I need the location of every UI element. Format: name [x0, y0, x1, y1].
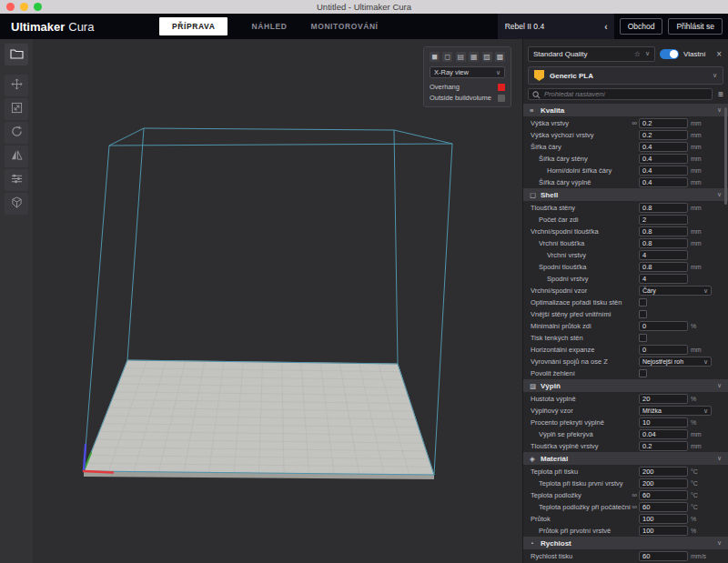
- logo-cura: Cura: [68, 20, 94, 34]
- open-file-button[interactable]: [5, 44, 28, 65]
- setting-unit: mm: [688, 431, 713, 437]
- section-header-material[interactable]: ◈Materiál∨: [523, 452, 728, 465]
- section-header-infill[interactable]: ▨Výplň∨: [523, 379, 728, 392]
- header-right: Rebel II 0.4 ‹ Obchod Přihlásit se: [498, 14, 723, 39]
- setting-value-input[interactable]: 0.4: [639, 177, 688, 187]
- setting-unit: °C: [688, 480, 713, 487]
- setting-unit: mm: [688, 167, 713, 174]
- setting-label: Šířka čáry: [531, 143, 639, 151]
- setting-dropdown[interactable]: Mřížka∨: [639, 406, 712, 416]
- setting-row: Vrchní/spodní vzorČáry∨: [523, 285, 728, 297]
- setting-value-input[interactable]: 60: [639, 502, 688, 512]
- scrollbar-thumb[interactable]: [724, 107, 727, 205]
- setting-label: Minimální průtok zdi: [531, 322, 639, 330]
- per-model-settings-button[interactable]: [5, 169, 28, 191]
- setting-value-input[interactable]: 60: [639, 551, 688, 561]
- custom-settings-toggle[interactable]: [660, 49, 679, 59]
- sign-in-button[interactable]: Přihlásit se: [668, 18, 723, 35]
- setting-unit: %: [688, 516, 713, 522]
- view-toolbar-button-5[interactable]: ▨: [482, 52, 492, 62]
- support-blocker-button[interactable]: [5, 193, 28, 215]
- setting-value-input[interactable]: 0.4: [639, 154, 688, 164]
- setting-label: Průtok při prvotní vrstvě: [539, 527, 639, 535]
- material-icon: ◈: [530, 455, 541, 463]
- x-axis: [84, 471, 113, 473]
- setting-unit: °C: [688, 504, 713, 510]
- close-icon[interactable]: ×: [714, 49, 723, 59]
- setting-checkbox[interactable]: [639, 298, 647, 307]
- setting-checkbox[interactable]: [639, 334, 647, 342]
- setting-value-input[interactable]: 0.4: [639, 142, 688, 152]
- printer-selector[interactable]: Rebel II 0.4 ‹: [498, 14, 614, 39]
- setting-value-input[interactable]: 0.2: [639, 118, 688, 128]
- setting-value-input[interactable]: 0.2: [639, 130, 688, 140]
- chevron-down-icon: ∨: [703, 358, 708, 366]
- search-input[interactable]: Prohledat nastavení: [528, 88, 713, 100]
- setting-unit: °C: [688, 492, 713, 498]
- setting-value-input[interactable]: 20: [639, 394, 688, 404]
- marketplace-button[interactable]: Obchod: [620, 18, 663, 35]
- setting-value-input[interactable]: 0.4: [639, 166, 688, 176]
- rotate-tool-button[interactable]: [5, 122, 28, 144]
- setting-value-input[interactable]: 4: [639, 274, 688, 284]
- mirror-tool-button[interactable]: [5, 146, 28, 167]
- setting-value-input[interactable]: 0.8: [639, 262, 688, 272]
- setting-value-input[interactable]: 60: [639, 490, 688, 500]
- minimize-window-button[interactable]: [20, 3, 28, 11]
- setting-checkbox[interactable]: [639, 369, 647, 377]
- setting-value-input[interactable]: 0: [639, 345, 688, 355]
- view-toolbar-button-1[interactable]: ◼: [430, 52, 440, 62]
- infill-icon: ▨: [530, 382, 541, 390]
- close-window-button[interactable]: [6, 3, 15, 11]
- view-mode-dropdown[interactable]: X-Ray view ∨: [430, 66, 505, 78]
- folder-open-icon: [10, 46, 24, 63]
- setting-dropdown[interactable]: Čáry∨: [639, 286, 712, 296]
- section-header-quality[interactable]: ≡Kvalita∨: [523, 104, 728, 116]
- tab-monitor[interactable]: MONITOROVÁNÍ: [310, 22, 378, 31]
- move-tool-button[interactable]: [5, 75, 28, 96]
- setting-value-input[interactable]: 4: [639, 250, 688, 260]
- setting-value-input[interactable]: 100: [639, 514, 688, 524]
- settings-scrollbar[interactable]: [724, 107, 727, 563]
- material-selector[interactable]: Generic PLA ∨: [528, 66, 723, 85]
- settings-menu-icon[interactable]: ≡: [718, 89, 723, 99]
- setting-dropdown[interactable]: Nejostřejší roh∨: [639, 357, 712, 367]
- scale-tool-button[interactable]: [5, 98, 28, 120]
- setting-checkbox[interactable]: [639, 310, 647, 318]
- tab-preview[interactable]: NÁHLED: [251, 22, 287, 31]
- setting-label: Teplota při tisku první vrstvy: [539, 479, 639, 488]
- setting-value-input[interactable]: 0.8: [639, 238, 688, 248]
- viewport-3d[interactable]: ◼ ◻ ▤ ▦ ▨ ▩ X-Ray view ∨ Overhang Outsid…: [33, 39, 522, 563]
- setting-row: Teplota při tisku200°C: [523, 466, 728, 478]
- section-header-speed[interactable]: ◔Rychlost∨: [523, 537, 728, 549]
- section-header-shell[interactable]: ▢Shell∨: [523, 188, 728, 201]
- view-toolbar-button-3[interactable]: ▤: [456, 52, 466, 62]
- setting-value-input[interactable]: 10: [639, 417, 688, 427]
- setting-unit: mm: [688, 205, 713, 211]
- overhang-swatch: [498, 84, 505, 91]
- setting-label: Výplňový vzor: [531, 407, 639, 415]
- setting-value-input[interactable]: 2: [639, 215, 688, 225]
- setting-row: Teplota podložky∞60°C: [523, 489, 728, 501]
- view-toolbar-button-2[interactable]: ◻: [442, 52, 452, 62]
- setting-value-input[interactable]: 0.8: [639, 226, 688, 236]
- setting-value-input[interactable]: 0.04: [639, 429, 688, 439]
- zoom-window-button[interactable]: [34, 3, 42, 11]
- setting-row: Výplň se překrývá0.04mm: [523, 428, 728, 440]
- setting-value-input[interactable]: 0.2: [639, 441, 688, 451]
- legend-label: Overhang: [430, 83, 460, 91]
- view-toolbar-button-4[interactable]: ▦: [469, 52, 479, 62]
- setting-value-input[interactable]: 0: [639, 321, 688, 331]
- setting-value-input[interactable]: 100: [639, 526, 688, 536]
- view-toolbar-button-6[interactable]: ▩: [495, 52, 505, 62]
- setting-value-input[interactable]: 200: [639, 478, 688, 488]
- setting-label: Hustota výplně: [531, 395, 639, 403]
- speed-icon: ◔: [530, 539, 541, 548]
- profile-dropdown[interactable]: Standard Quality ☆ ∨: [528, 46, 655, 62]
- setting-label: Povolit žehlení: [531, 369, 639, 377]
- setting-value-input[interactable]: 0.8: [639, 203, 688, 213]
- setting-row: Teplota podložky při počáteční vrstvě∞60…: [523, 501, 728, 513]
- setting-row: Minimální průtok zdi0%: [523, 320, 728, 332]
- setting-value-input[interactable]: 200: [639, 467, 688, 477]
- tab-prepare[interactable]: PŘÍPRAVA: [159, 17, 228, 35]
